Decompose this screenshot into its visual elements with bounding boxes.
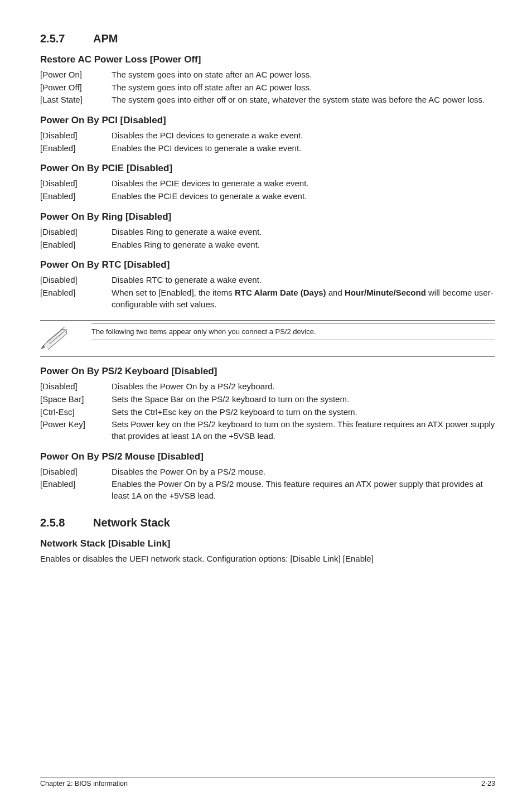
option-description: Disables Ring to generate a wake event. xyxy=(112,226,495,238)
svg-line-1 xyxy=(49,329,67,344)
note-text: The following two items appear only when… xyxy=(91,323,495,340)
footer-left: Chapter 2: BIOS information xyxy=(40,780,128,787)
option-row: [Disabled]Disables Ring to generate a wa… xyxy=(40,226,495,238)
option-row: [Last State]The system goes into either … xyxy=(40,94,495,106)
setting-heading: Power On By PS/2 Keyboard [Disabled] xyxy=(40,366,495,377)
option-row: [Power Off]The system goes into off stat… xyxy=(40,82,495,94)
option-row: [Enabled]Enables the Power On by a PS/2 … xyxy=(40,479,495,501)
note-block: The following two items appear only when… xyxy=(40,320,495,357)
option-key: [Power Off] xyxy=(40,82,112,94)
option-description: The system goes into off state after an … xyxy=(112,82,495,94)
option-description: When set to [Enabled], the items RTC Ala… xyxy=(112,287,495,310)
option-key: [Enabled] xyxy=(40,143,112,154)
section-2-5-7-body: Restore AC Power Loss [Power Off][Power … xyxy=(40,54,495,502)
setting-heading: Restore AC Power Loss [Power Off] xyxy=(40,54,495,65)
setting-heading: Power On By Ring [Disabled] xyxy=(40,211,495,223)
setting-heading: Power On By RTC [Disabled] xyxy=(40,259,495,270)
option-row: [Power On]The system goes into on state … xyxy=(40,69,495,81)
option-row: [Disabled]Disables the PCIE devices to g… xyxy=(40,178,495,190)
setting-description: Enables or disables the UEFI network sta… xyxy=(40,553,495,565)
option-description: The system goes into on state after an A… xyxy=(112,69,495,81)
option-row: [Ctrl-Esc]Sets the Ctrl+Esc key on the P… xyxy=(40,407,495,418)
option-key: [Space Bar] xyxy=(40,394,112,405)
option-row: [Disabled]Disables the Power On by a PS/… xyxy=(40,381,495,393)
section-title: Network Stack xyxy=(93,516,170,529)
setting-heading: Power On By PCI [Disabled] xyxy=(40,115,495,126)
option-description: Enables the PCI devices to generate a wa… xyxy=(112,143,495,154)
option-row: [Enabled]Enables Ring to generate a wake… xyxy=(40,239,495,251)
option-key: [Disabled] xyxy=(40,178,112,190)
option-row: [Space Bar]Sets the Space Bar on the PS/… xyxy=(40,394,495,405)
pencil-note-icon xyxy=(40,321,91,356)
option-key: [Power On] xyxy=(40,69,112,81)
option-key: [Disabled] xyxy=(40,226,112,238)
option-description: Enables the PCIE devices to generate a w… xyxy=(112,191,495,202)
option-description: Disables the PCI devices to generate a w… xyxy=(112,130,495,142)
option-key: [Enabled] xyxy=(40,239,112,251)
option-row: [Enabled]Enables the PCIE devices to gen… xyxy=(40,191,495,202)
option-row: [Disabled]Disables RTC to generate a wak… xyxy=(40,274,495,286)
option-row: [Enabled]Enables the PCI devices to gene… xyxy=(40,143,495,154)
option-key: [Disabled] xyxy=(40,466,112,478)
option-description: Disables the Power On by a PS/2 keyboard… xyxy=(112,381,495,393)
section-2-5-8-heading: 2.5.8Network Stack xyxy=(40,516,495,529)
setting-heading: Power On By PS/2 Mouse [Disabled] xyxy=(40,451,495,462)
option-description: The system goes into either off or on st… xyxy=(112,94,495,106)
setting-heading: Network Stack [Disable Link] xyxy=(40,538,495,549)
option-row: [Disabled]Disables the Power On by a PS/… xyxy=(40,466,495,478)
option-description: Disables the PCIE devices to generate a … xyxy=(112,178,495,190)
option-description: Disables the Power On by a PS/2 mouse. xyxy=(112,466,495,478)
section-title: APM xyxy=(93,32,118,45)
option-description: Sets Power key on the PS/2 keyboard to t… xyxy=(112,419,495,442)
page-footer: Chapter 2: BIOS information 2-23 xyxy=(40,777,495,787)
setting-heading: Power On By PCIE [Disabled] xyxy=(40,163,495,174)
option-key: [Ctrl-Esc] xyxy=(40,407,112,418)
option-row: [Disabled]Disables the PCI devices to ge… xyxy=(40,130,495,142)
option-key: [Power Key] xyxy=(40,419,112,442)
option-key: [Enabled] xyxy=(40,287,112,310)
option-row: [Enabled]When set to [Enabled], the item… xyxy=(40,287,495,310)
option-key: [Disabled] xyxy=(40,274,112,286)
section-number: 2.5.7 xyxy=(40,32,93,45)
option-description: Sets the Space Bar on the PS/2 keyboard … xyxy=(112,394,495,405)
option-key: [Disabled] xyxy=(40,130,112,142)
option-key: [Disabled] xyxy=(40,381,112,393)
option-key: [Enabled] xyxy=(40,191,112,202)
section-2-5-7-heading: 2.5.7APM xyxy=(40,32,495,45)
section-number: 2.5.8 xyxy=(40,516,93,529)
option-row: [Power Key]Sets Power key on the PS/2 ke… xyxy=(40,419,495,442)
footer-right: 2-23 xyxy=(481,780,495,787)
option-key: [Enabled] xyxy=(40,479,112,501)
option-description: Enables Ring to generate a wake event. xyxy=(112,239,495,251)
option-description: Enables the Power On by a PS/2 mouse. Th… xyxy=(112,479,495,501)
option-key: [Last State] xyxy=(40,94,112,106)
option-description: Disables RTC to generate a wake event. xyxy=(112,274,495,286)
option-description: Sets the Ctrl+Esc key on the PS/2 keyboa… xyxy=(112,407,495,418)
